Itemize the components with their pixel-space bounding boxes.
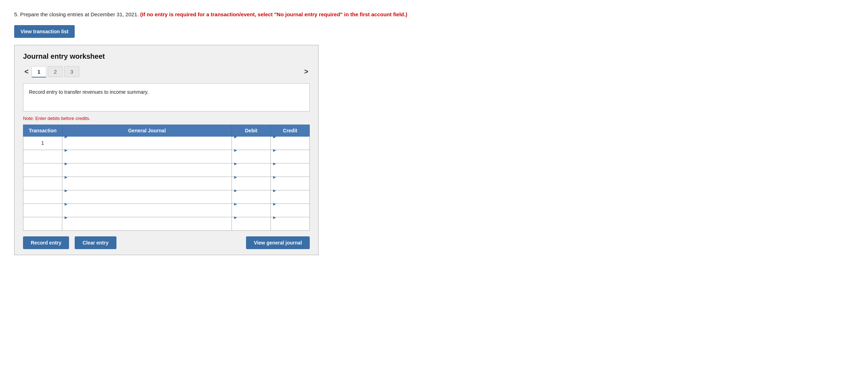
tab-navigation: < 1 2 3 >	[23, 66, 310, 77]
gj-arrow-icon: ►	[64, 188, 68, 193]
general-journal-input[interactable]	[64, 220, 230, 233]
debit-arrow-icon: ►	[233, 201, 238, 207]
view-general-journal-button[interactable]: View general journal	[246, 236, 310, 249]
worksheet-container: Journal entry worksheet < 1 2 3 > Record…	[14, 45, 319, 255]
credit-arrow-icon: ►	[272, 161, 277, 166]
note-text: Note: Enter debits before credits.	[23, 116, 310, 121]
question-text-normal: Prepare the closing entries at December …	[20, 11, 139, 17]
record-entry-button[interactable]: Record entry	[23, 236, 69, 249]
general-journal-cell[interactable]: ►	[62, 177, 232, 190]
debit-arrow-icon: ►	[233, 174, 238, 180]
credit-arrow-icon: ►	[272, 174, 277, 180]
debit-cell[interactable]: ►	[232, 217, 271, 230]
question-number: 5.	[14, 11, 19, 17]
general-journal-cell[interactable]: ►	[62, 217, 232, 230]
prev-tab-arrow[interactable]: <	[23, 68, 30, 76]
transaction-cell	[23, 177, 62, 190]
next-tab-arrow[interactable]: >	[303, 68, 310, 76]
clear-entry-button[interactable]: Clear entry	[75, 236, 116, 249]
debit-arrow-icon: ►	[233, 188, 238, 193]
debit-arrow-icon: ►	[233, 148, 238, 153]
transaction-cell	[23, 203, 62, 217]
gj-arrow-icon: ►	[64, 161, 68, 166]
credit-arrow-icon: ►	[272, 148, 277, 153]
gj-arrow-icon: ►	[64, 134, 68, 139]
transaction-cell: 1	[23, 136, 62, 150]
tab-2[interactable]: 2	[48, 66, 63, 77]
col-header-general-journal: General Journal	[62, 125, 232, 136]
question-text: 5. Prepare the closing entries at Decemb…	[14, 11, 854, 19]
general-journal-cell[interactable]: ►	[62, 136, 232, 150]
entry-description: Record entry to transfer revenues to inc…	[23, 83, 310, 111]
gj-arrow-icon: ►	[64, 215, 68, 220]
worksheet-title: Journal entry worksheet	[23, 52, 310, 61]
question-text-highlight: (If no entry is required for a transacti…	[140, 11, 407, 17]
credit-arrow-icon: ►	[272, 134, 277, 139]
gj-arrow-icon: ►	[64, 174, 68, 180]
transaction-cell	[23, 150, 62, 163]
table-row: ►►►	[23, 217, 310, 230]
tab-1[interactable]: 1	[32, 66, 46, 77]
debit-input[interactable]	[233, 220, 269, 233]
transaction-cell	[23, 163, 62, 177]
view-transaction-list-button[interactable]: View transaction list	[14, 25, 75, 38]
credit-arrow-icon: ►	[272, 188, 277, 193]
credit-cell[interactable]: ►	[271, 217, 310, 230]
debit-arrow-icon: ►	[233, 134, 238, 139]
transaction-cell	[23, 217, 62, 230]
credit-arrow-icon: ►	[272, 215, 277, 220]
general-journal-cell[interactable]: ►	[62, 203, 232, 217]
debit-arrow-icon: ►	[233, 161, 238, 166]
col-header-transaction: Transaction	[23, 125, 62, 136]
general-journal-cell[interactable]: ►	[62, 190, 232, 203]
credit-arrow-icon: ►	[272, 201, 277, 207]
debit-arrow-icon: ►	[233, 215, 238, 220]
general-journal-cell[interactable]: ►	[62, 150, 232, 163]
transaction-cell	[23, 190, 62, 203]
tab-3[interactable]: 3	[64, 66, 79, 77]
general-journal-cell[interactable]: ►	[62, 163, 232, 177]
gj-arrow-icon: ►	[64, 201, 68, 207]
journal-table: Transaction General Journal Debit Credit…	[23, 125, 310, 231]
bottom-buttons: Record entry Clear entry View general jo…	[23, 231, 310, 255]
credit-input[interactable]	[272, 220, 308, 233]
gj-arrow-icon: ►	[64, 148, 68, 153]
